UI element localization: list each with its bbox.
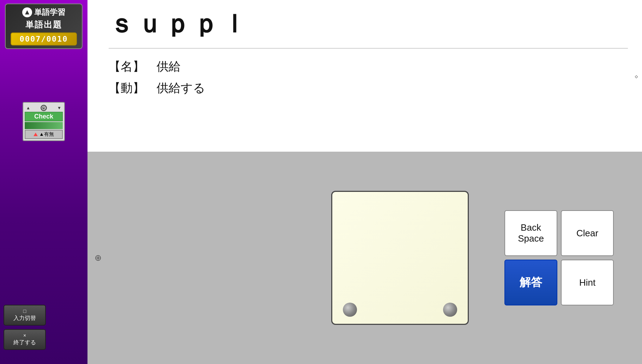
input-icon: □: [6, 308, 43, 314]
sidebar: 単語学習 単語出題 0007/0010 ▲ ▼ Check ▲有無 □ 入: [0, 0, 87, 364]
drawing-ball-left: [343, 303, 357, 317]
action-buttons: BackSpace Clear 解答 Hint: [504, 210, 614, 305]
arrow-up-icon: ▲: [26, 105, 30, 110]
input-switch-button[interactable]: □ 入力切替: [4, 305, 46, 326]
clear-button[interactable]: Clear: [561, 210, 614, 256]
quit-button[interactable]: × 終了する: [4, 329, 46, 350]
logo-top: 単語学習: [11, 7, 77, 18]
bottom-panel: ⊕ BackSpace Clear 解答 Hint: [87, 152, 642, 364]
definition-line-2: 【動】 供給する: [109, 77, 628, 99]
hint-button[interactable]: Hint: [561, 260, 614, 305]
answer-button[interactable]: 解答: [504, 260, 557, 305]
drag-handle-icon[interactable]: ⊕: [95, 253, 102, 263]
check-widget[interactable]: ▲ ▼ Check ▲有無: [23, 102, 65, 141]
definitions: 【名】 供給 【動】 供給する: [109, 56, 628, 99]
yumu-label: ▲有無: [39, 131, 54, 138]
top-panel: ｓｕｐｐｌ 【名】 供給 【動】 供給する ⬦: [87, 0, 642, 152]
yumu-box: ▲有無: [25, 130, 63, 139]
drawing-ball-right: [443, 303, 457, 317]
quit-label: 終了する: [6, 339, 43, 346]
sidebar-bottom: □ 入力切替 × 終了する: [4, 305, 46, 350]
counter-box: 0007/0010: [11, 32, 77, 46]
drawing-area[interactable]: [331, 191, 469, 325]
quit-icon: ×: [6, 333, 43, 338]
logo-title: 単語学習: [34, 7, 65, 18]
clock-icon: [41, 105, 47, 111]
word-display: ｓｕｐｐｌ: [109, 7, 628, 41]
logo-icon: [22, 7, 32, 17]
divider-line: [109, 48, 628, 49]
backspace-button[interactable]: BackSpace: [504, 210, 557, 256]
main-area: ｓｕｐｐｌ 【名】 供給 【動】 供給する ⬦ ⊕ BackSpace Clea…: [87, 0, 642, 364]
resize-handle-icon[interactable]: ⬦: [634, 72, 638, 80]
logo-subtitle: 単語出題: [11, 19, 77, 30]
input-switch-label: 入力切替: [6, 315, 43, 322]
check-green-bar: [25, 122, 63, 129]
logo-box: 単語学習 単語出題 0007/0010: [5, 4, 83, 49]
check-top-row: ▲ ▼: [25, 104, 63, 112]
svg-marker-0: [25, 10, 29, 14]
triangle-icon: [34, 133, 38, 136]
definition-line-1: 【名】 供給: [109, 56, 628, 77]
check-label: Check: [25, 112, 63, 121]
arrow-down-icon: ▼: [57, 105, 61, 110]
